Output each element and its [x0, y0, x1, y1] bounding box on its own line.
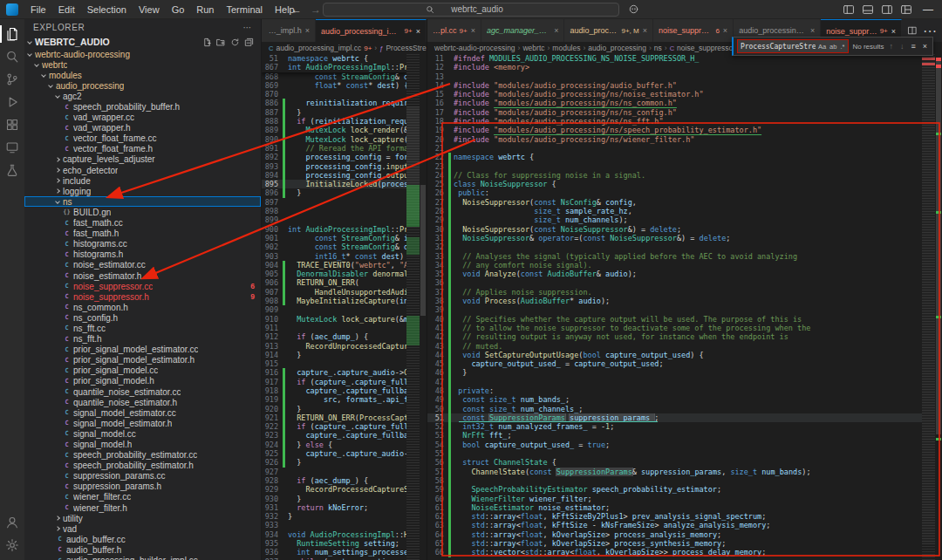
search-input[interactable]: [438, 4, 516, 14]
copilot-icon[interactable]: [628, 3, 639, 15]
tree-file-speech_probability_estimator.h[interactable]: Cspeech_probability_estimator.h: [24, 461, 261, 471]
close-icon[interactable]: ×: [471, 26, 475, 35]
tree-file-ns_config.h[interactable]: Cns_config.h: [24, 312, 261, 323]
tab-audio_processing.h[interactable]: audio_processing.h9+, M×: [564, 19, 653, 42]
more-actions-icon[interactable]: ⋯: [242, 23, 252, 32]
tree-file-quantile_noise_estimator.cc[interactable]: Cquantile_noise_estimator.cc: [24, 386, 261, 397]
tree-file-histograms.h[interactable]: Chistograms.h: [24, 249, 261, 260]
tree-folder-logging[interactable]: logging: [24, 186, 261, 196]
tree-file-noise_suppressor.h[interactable]: Cnoise_suppressor.h9: [24, 291, 261, 302]
find-next-button[interactable]: ↓: [898, 42, 906, 51]
explorer-icon[interactable]: [0, 23, 24, 45]
tree-folder-ns[interactable]: ns: [24, 196, 261, 207]
tree-file-fast_math.cc[interactable]: Cfast_math.cc: [24, 218, 261, 229]
tree-folder-webrtc[interactable]: webrtc: [24, 59, 261, 70]
tree-file-ns_common.h[interactable]: Cns_common.h: [24, 302, 261, 312]
tree-file-signal_model_estimator.cc[interactable]: Csignal_model_estimator.cc: [24, 407, 261, 418]
breadcrumb-item[interactable]: webrtc-audio-processing: [434, 44, 515, 52]
workspace-header[interactable]: WEBRTC_AUDIO: [24, 35, 261, 49]
nav-back-icon[interactable]: ←: [291, 3, 302, 16]
tree-file-speech_probability_estimator.cc[interactable]: Cspeech_probability_estimator.cc: [24, 450, 261, 461]
menu-edit[interactable]: Edit: [52, 0, 81, 19]
settings-gear-icon[interactable]: [0, 534, 24, 557]
tree-file-audio_buffer.cc[interactable]: Caudio_buffer.cc: [24, 534, 261, 544]
menu-go[interactable]: Go: [166, 0, 191, 19]
vertical-scrollbar[interactable]: [935, 54, 942, 560]
minimize-icon[interactable]: —: [919, 3, 937, 16]
tree-folder-utility[interactable]: utility: [24, 513, 261, 523]
close-icon[interactable]: ×: [416, 27, 420, 36]
search-icon[interactable]: [0, 45, 24, 68]
tree-file-ns_fft.cc[interactable]: Cns_fft.cc: [24, 323, 261, 333]
close-icon[interactable]: ×: [723, 26, 727, 35]
tree-folder-include[interactable]: include: [24, 175, 261, 186]
testing-icon[interactable]: [0, 159, 24, 181]
nav-forward-icon[interactable]: →: [311, 3, 321, 16]
match-case-toggle[interactable]: Aa: [817, 43, 827, 51]
close-icon[interactable]: ×: [891, 27, 896, 36]
tree-file-noise_estimator.cc[interactable]: Cnoise_estimator.cc: [24, 260, 261, 270]
toggle-panel-icon[interactable]: [862, 3, 874, 16]
tree-file-prior_signal_model.h[interactable]: Cprior_signal_model.h: [24, 376, 261, 386]
tree-file-signal_model.cc[interactable]: Csignal_model.cc: [24, 428, 261, 439]
tree-file-suppression_params.h[interactable]: Csuppression_params.h: [24, 481, 261, 492]
code-area[interactable]: 51namespace webrtc {867int AudioProcessi…: [262, 54, 406, 560]
tree-file-ns_fft.h[interactable]: Cns_fft.h: [24, 334, 261, 345]
split-editor-icon[interactable]: [907, 25, 918, 36]
find-in-selection-button[interactable]: ≡: [909, 42, 917, 51]
toggle-primary-sidebar-icon[interactable]: [843, 3, 855, 16]
breadcrumb-item[interactable]: audio_processing: [588, 44, 646, 52]
tree-folder-agc2[interactable]: agc2: [24, 91, 261, 101]
tab-audio_processing_impl.cc[interactable]: audio_processing_impl.cc9+×: [316, 19, 427, 42]
toggle-secondary-sidebar-icon[interactable]: [881, 3, 893, 16]
find-input[interactable]: [741, 43, 816, 51]
breadcrumb-item[interactable]: audio_processing_impl.cc: [276, 44, 361, 52]
breadcrumb-item[interactable]: ns: [654, 44, 662, 52]
minimap[interactable]: [922, 54, 935, 560]
tree-folder-capture_levels_adjuster[interactable]: capture_levels_adjuster: [24, 154, 261, 165]
tree-file-audio_processing_builder_impl.cc[interactable]: Caudio_processing_builder_impl.cc: [24, 556, 261, 560]
close-icon[interactable]: ×: [554, 26, 558, 35]
tree-file-prior_signal_model.cc[interactable]: Cprior_signal_model.cc: [24, 365, 261, 376]
tree-folder-audio_processing[interactable]: audio_processing: [24, 80, 261, 91]
tree-file-noise_estimator.h[interactable]: Cnoise_estimator.h: [24, 270, 261, 281]
regex-toggle[interactable]: .*: [839, 43, 845, 51]
run-debug-icon[interactable]: [0, 91, 24, 113]
close-icon[interactable]: ×: [810, 26, 815, 35]
tree-file-vad_wrapper.h[interactable]: Cvad_wrapper.h: [24, 123, 261, 133]
collapse-folders-icon[interactable]: [244, 38, 254, 47]
close-icon[interactable]: ×: [643, 26, 647, 35]
breadcrumb-item[interactable]: modules: [552, 44, 580, 52]
tree-folder-echo_detector[interactable]: echo_detector: [24, 165, 261, 175]
tree-file-vector_float_frame.cc[interactable]: Cvector_float_frame.cc: [24, 133, 261, 144]
find-previous-button[interactable]: ↑: [887, 42, 895, 51]
tree-file-prior_signal_model_estimator.cc[interactable]: Cprior_signal_model_estimator.cc: [24, 345, 261, 355]
tree-file-wiener_filter.h[interactable]: Cwiener_filter.h: [24, 502, 261, 513]
tree-file-vad_wrapper.cc[interactable]: Cvad_wrapper.cc: [24, 113, 261, 123]
menu-terminal[interactable]: Terminal: [221, 0, 270, 19]
tab-audio_processing_impl.cc[interactable]: audio_processing_impl.cc9+×: [427, 19, 481, 42]
whole-word-toggle[interactable]: ab: [829, 43, 837, 51]
tree-file-suppression_params.cc[interactable]: Csuppression_params.cc: [24, 471, 261, 481]
tab-noise_suppressor.cc[interactable]: noise_suppressor.cc6×: [653, 19, 734, 42]
new-file-icon[interactable]: [202, 38, 212, 47]
tree-folder-webrtc-audio-processing[interactable]: webrtc-audio-processing: [24, 49, 261, 59]
tree-file-audio_buffer.h[interactable]: Caudio_buffer.h: [24, 544, 261, 555]
tree-file-histograms.cc[interactable]: Chistograms.cc: [24, 239, 261, 249]
tree-file-vector_float_frame.h[interactable]: Cvector_float_frame.h: [24, 144, 261, 154]
tree-file-prior_signal_model_estimator.h[interactable]: Cprior_signal_model_estimator.h: [24, 355, 261, 365]
tree-file-BUILD.gn[interactable]: {}BUILD.gn: [24, 207, 261, 217]
menu-file[interactable]: File: [24, 0, 52, 19]
refresh-explorer-icon[interactable]: [230, 38, 240, 47]
menu-view[interactable]: View: [133, 0, 166, 19]
tree-file-noise_suppressor.cc[interactable]: Cnoise_suppressor.cc6: [24, 281, 261, 291]
tree-file-wiener_filter.cc[interactable]: Cwiener_filter.cc: [24, 492, 261, 502]
menu-selection[interactable]: Selection: [81, 0, 133, 19]
minimap[interactable]: [406, 54, 420, 560]
code-area[interactable]: 11#ifndef MODULES_AUDIO_PROCESSING_NS_NO…: [427, 54, 922, 560]
tree-file-quantile_noise_estimator.h[interactable]: Cquantile_noise_estimator.h: [24, 397, 261, 407]
account-icon[interactable]: [0, 511, 24, 534]
source-control-icon[interactable]: [0, 68, 24, 91]
close-icon[interactable]: ×: [305, 26, 310, 35]
command-center-search[interactable]: [323, 3, 619, 17]
